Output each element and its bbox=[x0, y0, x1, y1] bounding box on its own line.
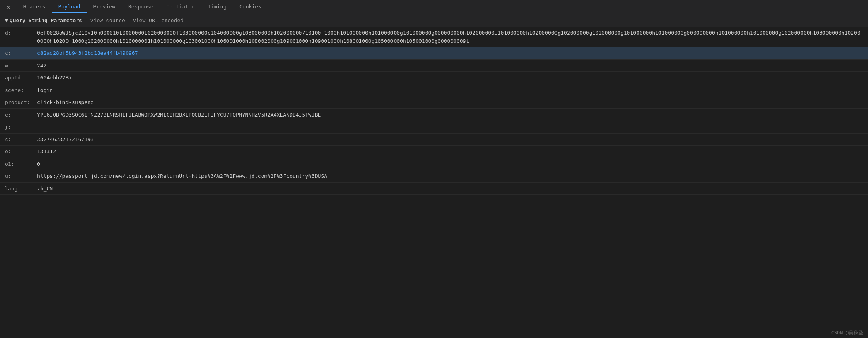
param-key: scene: bbox=[5, 86, 37, 94]
param-key: product: bbox=[5, 98, 37, 106]
param-row: j: bbox=[0, 121, 868, 134]
param-row: product: click-bind-suspend bbox=[0, 96, 868, 109]
tab-cookies[interactable]: Cookies bbox=[233, 1, 268, 13]
param-row: s: 332746232172167193 bbox=[0, 134, 868, 146]
param-value: 0eF0028oWJSjcZ10v10n00001010000000102000… bbox=[37, 29, 863, 45]
param-row: e: YPU6JQBPGD3SQC6ITNZ27BLNRSHIFJEABWORX… bbox=[0, 109, 868, 121]
param-row: u: https://passport.jd.com/new/login.asp… bbox=[0, 170, 868, 183]
tab-headers[interactable]: Headers bbox=[17, 1, 52, 13]
param-row: w: 242 bbox=[0, 60, 868, 72]
param-value: click-bind-suspend bbox=[37, 98, 863, 106]
param-key: s: bbox=[5, 136, 37, 144]
view-source-link[interactable]: view source bbox=[90, 17, 125, 23]
param-key: appId: bbox=[5, 74, 37, 82]
param-key: o1: bbox=[5, 160, 37, 168]
param-value: 332746232172167193 bbox=[37, 136, 863, 144]
param-row: o1: 0 bbox=[0, 158, 868, 171]
tab-bar: ✕ HeadersPayloadPreviewResponseInitiator… bbox=[0, 0, 868, 14]
close-icon[interactable]: ✕ bbox=[3, 2, 14, 13]
param-key: w: bbox=[5, 62, 37, 70]
param-key: j: bbox=[5, 123, 37, 131]
section-header: ▼ Query String Parameters view source vi… bbox=[0, 14, 868, 27]
tab-timing[interactable]: Timing bbox=[201, 1, 233, 13]
tab-initiator[interactable]: Initiator bbox=[160, 1, 201, 13]
tab-payload[interactable]: Payload bbox=[52, 1, 87, 13]
param-row: o: 131312 bbox=[0, 146, 868, 158]
section-title: ▼ Query String Parameters bbox=[5, 17, 82, 23]
param-key: c: bbox=[5, 49, 37, 57]
param-key: d: bbox=[5, 29, 37, 37]
param-value: zh_CN bbox=[37, 185, 863, 193]
tab-preview[interactable]: Preview bbox=[87, 1, 122, 13]
param-value: 131312 bbox=[37, 148, 863, 156]
param-value: 1604ebb2287 bbox=[37, 74, 863, 82]
param-row: lang: zh_CN bbox=[0, 183, 868, 195]
triangle-icon: ▼ bbox=[5, 17, 8, 23]
param-key: o: bbox=[5, 148, 37, 156]
param-row: appId: 1604ebb2287 bbox=[0, 72, 868, 84]
param-value: c82ad28bf5b943f2bd18ea44fb490967 bbox=[37, 49, 863, 57]
param-row: scene: login bbox=[0, 84, 868, 97]
tab-response[interactable]: Response bbox=[122, 1, 160, 13]
param-value: 0 bbox=[37, 160, 863, 168]
param-row: d: 0eF0028oWJSjcZ10v10n00001010000000102… bbox=[0, 27, 868, 47]
param-value: https://passport.jd.com/new/login.aspx?R… bbox=[37, 172, 863, 180]
param-value: YPU6JQBPGD3SQC6ITNZ27BLNRSHIFJEABWORXW2M… bbox=[37, 111, 863, 119]
param-value: 242 bbox=[37, 62, 863, 70]
query-string-parameters-label: Query String Parameters bbox=[10, 17, 82, 23]
params-content: d: 0eF0028oWJSjcZ10v10n00001010000000102… bbox=[0, 27, 868, 335]
param-key: u: bbox=[5, 172, 37, 180]
param-row: c: c82ad28bf5b943f2bd18ea44fb490967 bbox=[0, 47, 868, 60]
watermark: CSDN @吴秋圣 bbox=[826, 328, 868, 338]
view-url-encoded-link[interactable]: view URL-encoded bbox=[133, 17, 183, 23]
param-value: login bbox=[37, 86, 863, 94]
param-key: e: bbox=[5, 111, 37, 119]
param-key: lang: bbox=[5, 185, 37, 193]
